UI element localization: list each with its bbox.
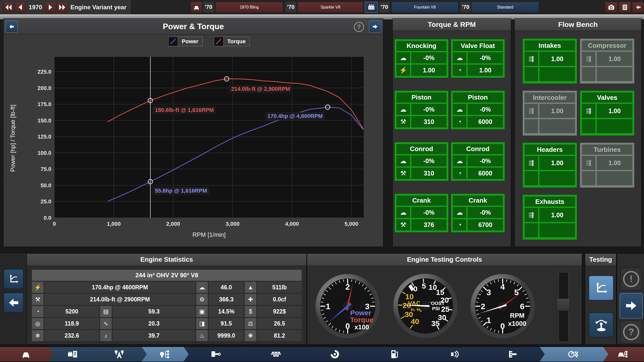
torque-tools-icon: ⚒	[396, 219, 410, 231]
service-cost-icon: ⚙	[196, 294, 208, 305]
toolbar-tab-headers[interactable]	[482, 347, 545, 361]
stat-value-torque-tools: 214.0lb-ft @ 2900RPM	[45, 294, 195, 305]
status-card-knocking: Knocking☁-0%⚡1.00	[395, 39, 448, 78]
engine-variant-year-label: Engine Variant year	[70, 0, 127, 14]
torque-tools-icon: ⚒	[396, 116, 410, 127]
engine-summary: 244 in³ OHV 2V 90° V8	[32, 270, 302, 281]
x-tick-label: 1,000	[107, 221, 121, 227]
stat-value-production-units: 26.5	[257, 318, 302, 329]
limit-value: 1.00	[411, 65, 447, 76]
throttle-loss-value: -0%	[411, 207, 447, 218]
details-button[interactable]	[619, 2, 631, 13]
card-title: Headers	[525, 145, 575, 155]
back-button[interactable]	[632, 2, 644, 13]
svg-text:1: 1	[326, 302, 330, 311]
empty-icon	[582, 171, 595, 185]
card-title: Piston	[453, 93, 503, 103]
power-torque-panel: Power & Torque ? PowerTorque 0.025.050.0…	[3, 18, 383, 247]
toolbar-tab-crankshaft[interactable]	[244, 347, 309, 361]
testing-title: Testing	[585, 254, 616, 266]
toolbar-tab-car-design[interactable]	[0, 347, 53, 361]
svg-text:x100: x100	[354, 323, 369, 331]
card-row: ◔6000	[453, 168, 503, 179]
toolbar-tab-engine-family[interactable]	[93, 347, 147, 361]
toolbar-tab-engine-variant[interactable]	[142, 347, 189, 361]
toolbar-tab-back-to-car[interactable]	[603, 347, 644, 361]
material-cost-icon: $	[245, 306, 256, 317]
tachometer-gauge: 0123456RPMx1000	[470, 273, 536, 339]
chart-next-button[interactable]	[369, 21, 381, 33]
help-button[interactable]: ?	[620, 321, 642, 344]
status-card-piston: Piston☁-0%⚒310	[395, 91, 448, 129]
throttle-slider-thumb[interactable]	[557, 298, 570, 311]
empty-value	[539, 171, 575, 185]
engine-variant-button[interactable]: Standard	[471, 2, 539, 13]
limit-value: 1.00	[468, 65, 503, 76]
help-icon[interactable]: ?	[354, 22, 364, 32]
graph-view-button[interactable]	[4, 269, 24, 289]
stat-value-service-cost: 366.3	[209, 294, 244, 305]
next-page-button[interactable]	[620, 293, 643, 319]
year-last-button[interactable]	[57, 2, 67, 13]
y-tick-label: 150.0	[37, 117, 51, 124]
card-row: ☁-0%	[453, 207, 503, 218]
svg-text:0: 0	[413, 285, 418, 293]
power-torque-gauge: 0123PowerTorquex100	[315, 273, 381, 339]
toolbar-tab-engine-manager[interactable]	[48, 347, 98, 361]
year-next-button[interactable]	[45, 2, 56, 13]
reliability-cloud-icon: ☁	[196, 282, 208, 293]
torque-rpm-grid: Knocking☁-0%⚡1.00Valve Float☁-0%◔1.00Pis…	[395, 39, 505, 232]
chart-prev-button[interactable]	[6, 21, 18, 33]
engine-select-button[interactable]	[365, 2, 378, 13]
power-icon: ⚡	[32, 282, 44, 293]
dyno-chart[interactable]: 0.025.050.075.0100.0125.0150.0175.0200.0…	[4, 34, 383, 247]
year-first-button[interactable]	[3, 2, 14, 13]
production-units-icon: ⚖	[245, 318, 256, 329]
throttle-loss-value: -0%	[411, 104, 447, 115]
svg-text:2: 2	[481, 302, 485, 311]
status-card-crank: Crank☁-0%◔6700	[451, 194, 505, 232]
headers-icon	[507, 348, 518, 360]
toolbar-tab-aspiration[interactable]	[304, 347, 367, 361]
card-row: ☁-0%	[396, 52, 447, 64]
card-title: Intakes	[525, 40, 575, 51]
screenshot-button[interactable]	[605, 2, 618, 13]
card-row: ◔1.00	[453, 65, 503, 76]
throttle-cloud-icon: ☁	[396, 104, 410, 115]
car-trim-button[interactable]: Sparkle V8	[298, 2, 363, 13]
fuel-economy-icon: ▣	[196, 306, 208, 317]
toolbar-tab-bottom-end[interactable]	[184, 347, 249, 361]
throttle-slider[interactable]	[559, 273, 568, 341]
stat-value-dimensions: 0.0cf	[257, 294, 302, 305]
warning-icon: !	[623, 271, 639, 287]
card-row: ☁-0%	[453, 52, 503, 64]
engine-family-button[interactable]: Fountain V8	[391, 2, 458, 13]
dyno-curve-button[interactable]	[589, 276, 614, 300]
year-prev-button[interactable]	[15, 2, 25, 13]
manual-throttle-button[interactable]	[589, 312, 614, 337]
dyno-graph-icon	[8, 274, 19, 285]
plot-area[interactable]	[54, 57, 364, 218]
engine-testing-screen: 1970 Engine Variant year '70 1970 Bling …	[0, 0, 644, 362]
forward-arrow-icon	[372, 23, 378, 30]
car-family-button[interactable]: 1970 Bling	[215, 2, 283, 13]
flow-value: 1.00	[539, 208, 575, 222]
car-trim-year: '70	[286, 2, 296, 12]
flow-value: 1.00	[597, 104, 632, 118]
svg-text:6: 6	[520, 302, 525, 311]
big-left-arrow-icon	[8, 298, 20, 308]
dimensions-icon: ✚	[245, 294, 256, 305]
throttle-loss-value: -0%	[411, 52, 447, 64]
card-title: Piston	[396, 93, 447, 103]
previous-page-button[interactable]	[4, 293, 24, 313]
status-card-crank: Crank☁-0%⚒376	[395, 194, 448, 232]
emissions-icon: ♨	[196, 330, 208, 341]
car-model-button[interactable]	[191, 2, 202, 13]
crankshaft-icon	[270, 348, 282, 360]
toolbar-tab-exhaust[interactable]	[423, 347, 487, 361]
warning-button[interactable]: !	[620, 267, 642, 291]
toolbar-tab-fuel-system[interactable]	[362, 347, 428, 361]
card-row: ⚒376	[396, 219, 447, 231]
toolbar-tab-engine-testing[interactable]	[540, 347, 608, 361]
card-title: Turbines	[582, 145, 632, 155]
